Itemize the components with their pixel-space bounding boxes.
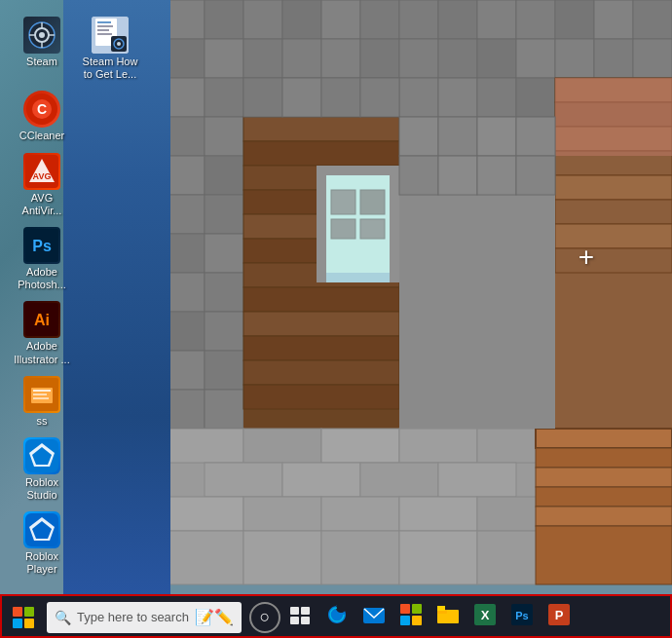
svg-rect-102 bbox=[438, 463, 516, 497]
svg-rect-10 bbox=[516, 0, 555, 39]
steam-how-label: Steam How to Get Le... bbox=[80, 56, 140, 81]
svg-rect-179 bbox=[412, 616, 422, 625]
edge-icon bbox=[326, 604, 348, 630]
roblox-player-icon-item[interactable]: Roblox Player bbox=[8, 507, 76, 580]
desktop-background: + Steam bbox=[0, 0, 672, 638]
svg-rect-96 bbox=[321, 429, 399, 463]
svg-rect-28 bbox=[205, 78, 243, 117]
svg-rect-129 bbox=[516, 117, 555, 156]
svg-rect-12 bbox=[594, 0, 633, 39]
svg-rect-73 bbox=[243, 385, 399, 409]
explorer-button[interactable] bbox=[430, 600, 466, 635]
svg-rect-92 bbox=[555, 78, 672, 156]
svg-rect-52 bbox=[205, 312, 243, 351]
svg-rect-50 bbox=[205, 273, 243, 312]
svg-rect-8 bbox=[438, 0, 477, 39]
svg-rect-26 bbox=[633, 39, 672, 78]
cortana-button[interactable]: ○ bbox=[249, 602, 280, 633]
svg-rect-133 bbox=[516, 156, 555, 195]
ccleaner-icon-item[interactable]: C CCleaner bbox=[8, 87, 76, 146]
avg-icon-item[interactable]: AVG AVG AntiVir... bbox=[8, 149, 76, 221]
start-button[interactable] bbox=[4, 598, 43, 637]
steam-icon bbox=[23, 17, 60, 54]
svg-rect-111 bbox=[399, 531, 477, 584]
svg-rect-72 bbox=[243, 360, 399, 385]
svg-rect-171 bbox=[290, 607, 299, 615]
ss-icon bbox=[23, 376, 60, 413]
steam-how-icon bbox=[92, 17, 129, 54]
svg-rect-132 bbox=[477, 156, 516, 195]
ss-icon-item[interactable]: ss bbox=[8, 372, 76, 432]
svg-rect-7 bbox=[399, 0, 438, 39]
svg-rect-88 bbox=[555, 175, 672, 200]
illustrator-icon-item[interactable]: Ai Adobe Illustrator ... bbox=[8, 297, 76, 369]
svg-text:Ai: Ai bbox=[34, 312, 50, 328]
svg-rect-41 bbox=[166, 117, 205, 156]
svg-rect-45 bbox=[166, 195, 205, 234]
windows-logo-q2 bbox=[24, 607, 34, 617]
crosshair-cursor: + bbox=[579, 242, 594, 273]
svg-rect-36 bbox=[516, 78, 555, 117]
excel-button[interactable]: X bbox=[467, 600, 503, 635]
svg-rect-99 bbox=[205, 463, 282, 497]
svg-rect-34 bbox=[438, 78, 477, 117]
mail-button[interactable] bbox=[356, 600, 392, 635]
desktop-icons-container: Steam Steam How to G bbox=[0, 5, 170, 589]
roblox-studio-icon bbox=[23, 437, 60, 474]
svg-rect-106 bbox=[399, 497, 477, 531]
svg-rect-46 bbox=[205, 195, 243, 234]
svg-rect-117 bbox=[536, 487, 672, 507]
svg-rect-116 bbox=[536, 468, 672, 487]
mail-icon bbox=[363, 606, 385, 628]
avg-label: AVG AntiVir... bbox=[12, 192, 72, 217]
svg-rect-104 bbox=[243, 497, 321, 531]
steam-how-icon-item[interactable]: Steam How to Get Le... bbox=[76, 13, 144, 85]
svg-rect-6 bbox=[360, 0, 399, 39]
svg-rect-43 bbox=[166, 156, 205, 195]
svg-rect-54 bbox=[205, 351, 243, 390]
svg-rect-76 bbox=[390, 166, 399, 282]
svg-rect-19 bbox=[360, 39, 399, 78]
avg-icon: AVG bbox=[23, 153, 60, 190]
svg-rect-14 bbox=[166, 39, 205, 78]
svg-rect-15 bbox=[205, 39, 243, 78]
photoshop-tb-button[interactable]: Ps bbox=[504, 600, 540, 635]
task-view-button[interactable] bbox=[282, 600, 317, 635]
powerpoint-button[interactable]: P bbox=[541, 600, 577, 635]
steam-label: Steam bbox=[26, 56, 57, 68]
photoshop-icon-item[interactable]: Ps Adobe Photosh... bbox=[8, 223, 76, 295]
svg-rect-20 bbox=[399, 39, 438, 78]
svg-rect-164 bbox=[33, 397, 49, 399]
svg-point-149 bbox=[117, 42, 121, 46]
roblox-studio-label: Roblox Studio bbox=[12, 476, 72, 502]
windows-logo-q4 bbox=[24, 619, 34, 628]
svg-text:P: P bbox=[555, 608, 564, 622]
minecraft-background bbox=[166, 0, 672, 594]
svg-rect-103 bbox=[166, 497, 243, 531]
svg-rect-124 bbox=[360, 78, 399, 117]
photoshop-icon: Ps bbox=[23, 227, 60, 264]
search-bar[interactable]: 🔍 Type here to search 📝✏️ bbox=[47, 602, 242, 633]
svg-text:AVG: AVG bbox=[33, 171, 52, 181]
svg-rect-24 bbox=[555, 39, 594, 78]
svg-text:Ps: Ps bbox=[32, 238, 52, 254]
photoshop-tb-icon: Ps bbox=[511, 604, 533, 630]
svg-rect-108 bbox=[166, 531, 243, 584]
windows-logo-q3 bbox=[13, 619, 22, 628]
svg-rect-79 bbox=[331, 190, 355, 214]
svg-rect-144 bbox=[97, 25, 113, 27]
store-button[interactable] bbox=[393, 600, 429, 635]
svg-rect-162 bbox=[33, 390, 51, 392]
svg-rect-11 bbox=[555, 0, 594, 39]
edge-button[interactable] bbox=[319, 600, 355, 635]
svg-rect-4 bbox=[282, 0, 321, 39]
svg-rect-173 bbox=[290, 617, 299, 624]
svg-rect-100 bbox=[282, 463, 360, 497]
taskbar: 🔍 Type here to search 📝✏️ ○ bbox=[0, 594, 672, 638]
svg-rect-47 bbox=[166, 234, 205, 273]
svg-rect-110 bbox=[321, 531, 399, 584]
roblox-player-label: Roblox Player bbox=[12, 550, 72, 576]
ccleaner-icon: C bbox=[23, 91, 60, 128]
roblox-studio-icon-item[interactable]: Roblox Studio bbox=[8, 433, 76, 506]
steam-icon-item[interactable]: Steam bbox=[8, 13, 76, 85]
